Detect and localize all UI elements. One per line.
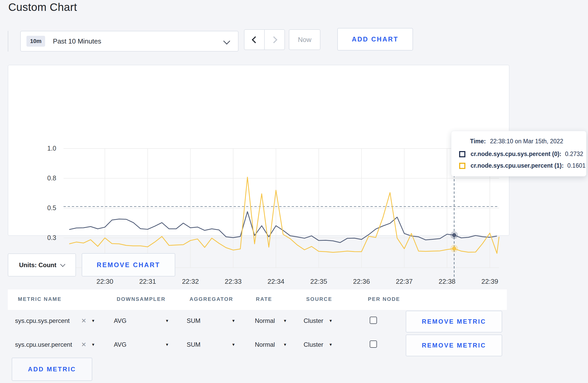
time-range-badge: 10m (26, 36, 45, 47)
y-tick-label: 0.8 (47, 174, 56, 182)
source-select[interactable]: Cluster (304, 341, 323, 348)
col-header-aggregator: AGGREGATOR (190, 296, 233, 302)
rate-caret-icon[interactable]: ▼ (283, 318, 287, 323)
x-tick-label: 22:37 (396, 278, 413, 285)
col-header-per-node: PER NODE (368, 296, 400, 302)
time-nav-group (244, 29, 285, 50)
metric-name-caret-icon[interactable]: ▼ (91, 318, 95, 323)
chevron-left-icon (252, 36, 259, 43)
x-tick-label: 22:30 (96, 278, 113, 285)
x-tick-label: 22:33 (225, 278, 242, 285)
series-swatch-icon (459, 163, 465, 169)
chart-panel[interactable]: 0.00.30.50.81.022:3022:3122:3222:3322:34… (8, 65, 509, 236)
aggregator-select[interactable]: SUM (187, 317, 200, 324)
chevron-down-icon (60, 262, 66, 267)
metric-name-value[interactable]: sys.cpu.sys.percent (15, 317, 70, 324)
add-metric-button[interactable]: ADD METRIC (12, 358, 92, 381)
metrics-table-header: METRIC NAME DOWNSAMPLER AGGREGATOR RATE … (8, 289, 507, 310)
y-tick-label: 0.5 (47, 204, 56, 211)
remove-chart-button[interactable]: REMOVE CHART (82, 253, 175, 276)
y-tick-label: 1.0 (47, 145, 56, 152)
rate-caret-icon[interactable]: ▼ (283, 342, 287, 347)
next-time-button[interactable] (264, 30, 284, 49)
metric-name-caret-icon[interactable]: ▼ (91, 342, 95, 347)
downsampler-caret-icon[interactable]: ▼ (165, 318, 169, 323)
tooltip-time-label: Time: (470, 138, 486, 145)
x-tick-label: 22:32 (182, 278, 199, 285)
rate-select[interactable]: Normal (255, 317, 275, 324)
source-select[interactable]: Cluster (304, 317, 323, 324)
metric-row: sys.cpu.user.percent ✕ ▼ AVG ▼ SUM ▼ Nor… (8, 334, 509, 358)
col-header-rate: RATE (256, 296, 272, 302)
hover-dot (452, 233, 456, 237)
clear-metric-icon[interactable]: ✕ (81, 341, 86, 348)
add-chart-button[interactable]: ADD CHART (337, 28, 413, 51)
page-title: Custom Chart (8, 1, 77, 13)
x-tick-label: 22:38 (439, 278, 456, 285)
tooltip-series-row: cr.node.sys.cpu.sys.percent (0):0.2732 (459, 151, 586, 158)
series-line (69, 177, 499, 253)
now-button[interactable]: Now (289, 29, 320, 50)
y-tick-label: 0.3 (47, 234, 56, 241)
time-range-label: Past 10 Minutes (53, 37, 101, 45)
downsampler-select[interactable]: AVG (114, 317, 127, 324)
units-label: Units: Count (19, 261, 57, 269)
tooltip-series-value: 0.1601 (567, 162, 585, 169)
rate-select[interactable]: Normal (255, 341, 275, 348)
tooltip-time-value: 22:38:10 on Mar 15th, 2022 (490, 138, 563, 145)
source-caret-icon[interactable]: ▼ (329, 342, 333, 347)
col-header-source: SOURCE (306, 296, 332, 302)
units-select[interactable]: Units: Count (8, 253, 76, 276)
source-caret-icon[interactable]: ▼ (329, 318, 333, 323)
chevron-down-icon (223, 38, 230, 45)
toolbar-divider (8, 31, 8, 52)
prev-time-button[interactable] (244, 30, 264, 49)
downsampler-caret-icon[interactable]: ▼ (165, 342, 169, 347)
tooltip-series-label: cr.node.sys.cpu.sys.percent (0): (471, 151, 561, 158)
x-tick-label: 22:34 (268, 278, 284, 285)
chevron-right-icon (270, 36, 277, 43)
tooltip-series-value: 0.2732 (565, 151, 583, 158)
custom-chart-page: Custom Chart 10m Past 10 Minutes Now ADD… (0, 0, 588, 383)
remove-metric-button[interactable]: REMOVE METRIC (406, 335, 502, 356)
col-header-downsampler: DOWNSAMPLER (117, 296, 166, 302)
x-tick-label: 22:31 (139, 278, 156, 285)
downsampler-select[interactable]: AVG (114, 341, 127, 348)
series-swatch-icon (459, 151, 465, 157)
chart-tooltip: Time:22:38:10 on Mar 15th, 2022 cr.node.… (451, 131, 586, 176)
x-tick-label: 22:36 (353, 278, 370, 285)
aggregator-caret-icon[interactable]: ▼ (232, 342, 235, 347)
x-tick-label: 22:35 (310, 278, 327, 285)
aggregator-caret-icon[interactable]: ▼ (232, 318, 235, 323)
tooltip-series-row: cr.node.sys.cpu.user.percent (1):0.1601 (459, 162, 586, 169)
per-node-checkbox[interactable] (370, 317, 377, 324)
remove-metric-button[interactable]: REMOVE METRIC (406, 311, 502, 332)
tooltip-time-row: Time:22:38:10 on Mar 15th, 2022 (470, 138, 586, 145)
metric-name-value[interactable]: sys.cpu.user.percent (15, 341, 72, 348)
col-header-metric-name: METRIC NAME (18, 296, 62, 302)
metric-row: sys.cpu.sys.percent ✕ ▼ AVG ▼ SUM ▼ Norm… (8, 310, 509, 334)
aggregator-select[interactable]: SUM (187, 341, 200, 348)
per-node-checkbox[interactable] (370, 341, 377, 348)
clear-metric-icon[interactable]: ✕ (81, 317, 86, 324)
time-range-select[interactable]: 10m Past 10 Minutes (20, 31, 239, 52)
hover-dot (452, 246, 456, 251)
tooltip-series-label: cr.node.sys.cpu.user.percent (1): (471, 162, 564, 169)
x-tick-label: 22:39 (481, 278, 498, 285)
